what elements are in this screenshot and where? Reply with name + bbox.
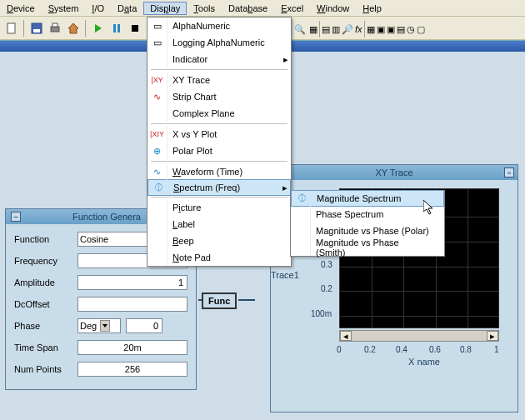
minimize-icon[interactable]: − [11,212,21,222]
tile-icon[interactable]: ▤ [397,24,405,35]
wire [198,299,202,301]
fg-row-dcoffset: DcOffset [14,296,188,312]
save-icon[interactable] [28,20,45,37]
notepad-icon [148,249,168,266]
y-tick: 100m [311,309,332,318]
fg-function-label: Function [14,234,78,244]
menu-item-xy-trace[interactable]: |XYXY Trace [148,72,291,88]
fg-phase-input[interactable]: 0 [126,318,162,333]
fg-phase-unit-select[interactable]: Deg [78,318,121,333]
spec-icon: ⏀ [148,180,168,195]
svg-rect-2 [33,29,40,32]
submenu-magnitude-spectrum[interactable]: ⏀Magnitude Spectrum [291,190,444,207]
wave-icon: ∿ [148,163,168,180]
window2-icon[interactable]: ▣ [387,24,395,35]
menu-item-strip-chart[interactable]: ∿Strip Chart [148,88,291,105]
menu-item-spectrum[interactable]: ⏀Spectrum (Freq)▸ [148,179,291,196]
menu-help[interactable]: Help [356,2,388,15]
fg-row-numpoints: Num Points 256 [14,361,188,378]
menu-item-indicator[interactable]: Indicator▸ [148,51,291,68]
zoom-icon[interactable]: 🔎 [342,24,353,35]
chevron-down-icon[interactable] [100,320,110,332]
fg-numpoints-input[interactable]: 256 [78,362,188,377]
spec-icon: ⏀ [292,191,312,206]
menu-io[interactable]: I/O [85,2,111,15]
doc-icon[interactable]: ▥ [332,24,340,35]
svg-rect-7 [132,25,138,32]
palette-icon[interactable]: ▦ [367,24,375,35]
menu-item-polar[interactable]: ⊕Polar Plot [148,142,291,159]
fg-amplitude-input[interactable]: 1 [78,275,188,290]
sheet-icon[interactable]: ▦ [309,24,318,35]
svg-rect-3 [51,27,59,32]
menu-item-notepad[interactable]: Note Pad [148,249,291,266]
y-tick: 0.3 [321,260,332,269]
submenu-arrow-icon: ▸ [281,54,291,65]
svg-rect-5 [113,24,116,32]
menu-item-x-vs-y[interactable]: |XIYX vs Y Plot [148,126,291,142]
menu-database[interactable]: Database [222,2,274,15]
submenu-phase-spectrum[interactable]: Phase Spectrum [291,206,444,222]
fg-dcoffset-input[interactable] [78,297,188,312]
func-block[interactable]: Func [202,292,237,309]
menu-window[interactable]: Window [310,2,356,15]
alnum-icon: ▭ [148,18,168,34]
fg-frequency-label: Frequency [14,256,78,266]
y-tick: 0.2 [321,284,332,293]
indicator-icon [148,51,168,68]
x-tick: 0.8 [460,345,472,354]
menu-excel[interactable]: Excel [274,2,310,15]
menu-tools[interactable]: Tools [187,2,222,15]
menu-item-beep[interactable]: Beep [148,232,291,249]
x-tick: 0 [337,345,342,354]
menu-item-waveform[interactable]: ∿Waveform (Time) [148,163,291,180]
fg-numpoints-label: Num Points [14,364,78,374]
fg-timespan-input[interactable]: 20m [78,340,188,355]
label-icon [148,216,168,232]
search-icon[interactable]: 🔍 [294,24,306,35]
log-alnum-icon: ▭ [148,34,168,51]
fg-dcoffset-label: DcOffset [14,299,78,309]
workspace: − Function Genera Function Cosine Freque… [0,52,525,420]
submenu-mag-vs-phase-smith[interactable]: Magnitude vs Phase (Smith) [291,239,444,256]
menu-item-picture[interactable]: Picture [148,199,291,216]
menu-data[interactable]: Data [111,2,143,15]
maximize-icon[interactable]: ▫ [504,168,514,178]
stop-icon[interactable] [127,20,143,37]
menu-item-complex-plane[interactable]: Complex Plane [148,105,291,122]
spectrum-submenu: ⏀Magnitude Spectrum Phase Spectrum Magni… [290,190,445,257]
window-icon[interactable]: ▣ [377,24,385,35]
print-icon[interactable] [47,20,63,37]
pause-icon[interactable] [108,20,125,37]
x-tick: 1 [494,345,499,354]
x-axis-label: X name [339,357,509,367]
menu-item-logging-alphanumeric[interactable]: ▭Logging AlphaNumeric [148,34,291,51]
polar-icon: ⊕ [148,142,168,159]
menubar: Device System I/O Data Display Tools Dat… [0,0,525,17]
menu-item-alphanumeric[interactable]: ▭AlphaNumeric [148,18,291,34]
chart-scroll-h[interactable]: ◂ ▸ [339,330,499,342]
menu-item-label[interactable]: Label [148,216,291,232]
svg-rect-0 [8,23,15,33]
wire [238,299,255,301]
home-icon[interactable] [65,20,82,37]
fg-timespan-label: Time Span [14,342,78,352]
scroll-left-icon[interactable]: ◂ [340,331,352,341]
menu-device[interactable]: Device [0,2,42,15]
clock-icon[interactable]: ◷ [407,24,415,35]
scroll-right-icon[interactable]: ▸ [487,331,498,341]
fx-icon[interactable]: fx [355,24,362,34]
xy-icon: |XY [148,72,168,88]
submenu-arrow-icon: ▸ [280,182,290,193]
chart-icon[interactable]: ▤ [322,24,330,35]
menu-system[interactable]: System [42,2,86,15]
display-menu: ▭AlphaNumeric ▭Logging AlphaNumeric Indi… [147,17,292,267]
run-icon[interactable] [90,20,107,37]
xy-titlebar[interactable]: − XY Trace ▫ [271,165,518,180]
menu-display[interactable]: Display [143,2,187,15]
new-icon[interactable] [3,20,20,37]
fg-row-timespan: Time Span 20m [14,339,188,356]
svg-rect-6 [118,24,120,32]
disk-icon[interactable]: ▢ [417,24,425,35]
submenu-mag-vs-phase-polar[interactable]: Magnitude vs Phase (Polar) [291,222,444,239]
